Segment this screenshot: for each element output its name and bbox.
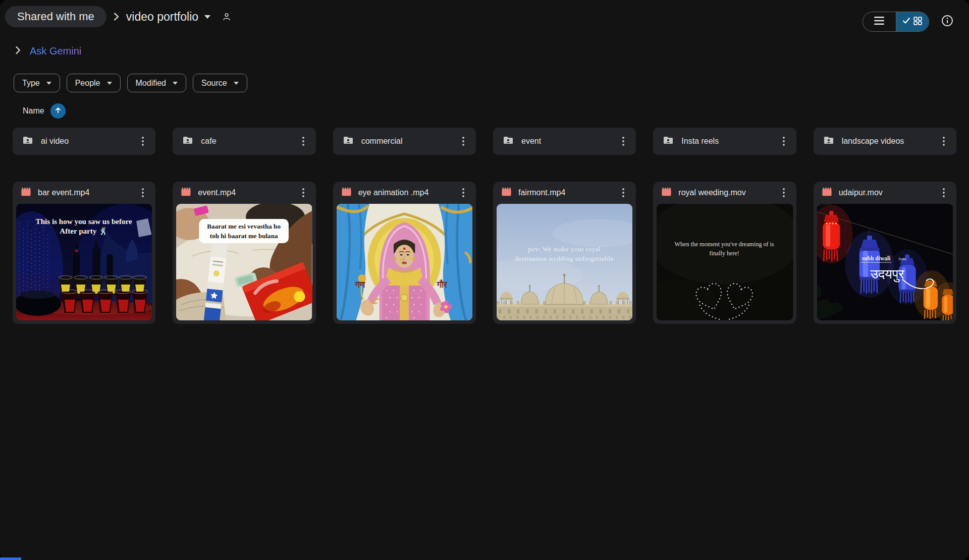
chevron-down-icon: [234, 82, 239, 85]
video-file-icon: [341, 186, 352, 200]
video-file-icon: [180, 186, 192, 200]
filter-chip-source[interactable]: Source: [193, 74, 247, 92]
more-options-button[interactable]: [616, 134, 631, 149]
file-card[interactable]: eye animation .mp4: [333, 182, 476, 324]
more-options-button[interactable]: [135, 185, 150, 200]
file-card-header: bar event.mp4: [13, 182, 155, 204]
thumbnail-caption-big: उदयपुर: [870, 266, 904, 282]
header-controls: [863, 12, 955, 32]
file-card[interactable]: event.mp4: [173, 182, 315, 324]
file-card[interactable]: fairmont.mp4 pov: We make your royal des…: [493, 182, 636, 324]
shared-folder-icon: [823, 134, 835, 148]
folder-card[interactable]: ai video: [13, 128, 155, 155]
file-card-header: eye animation .mp4: [333, 182, 476, 204]
chevron-down-icon: [46, 82, 51, 85]
chevron-down-icon: [107, 82, 112, 85]
video-thumbnail[interactable]: When the moment you've dreaming of is fi…: [657, 204, 792, 320]
file-card-header: royal weeding.mov: [653, 182, 796, 204]
folder-name: cafe: [201, 137, 216, 146]
breadcrumb-separator-icon: [113, 12, 120, 22]
file-card[interactable]: udaipur.mov: [814, 182, 956, 324]
breadcrumb-shared-with-me[interactable]: Shared with me: [5, 6, 106, 27]
more-options-button[interactable]: [936, 134, 951, 149]
breadcrumb-root-label: Shared with me: [17, 10, 94, 23]
page-title: video portfolio: [126, 10, 198, 24]
filter-chip-label: People: [75, 79, 100, 88]
info-icon: [941, 14, 954, 29]
sort-by-name-button[interactable]: Name: [23, 106, 44, 116]
files-grid: bar event.mp4: [13, 182, 956, 324]
video-thumbnail[interactable]: pov: We make your royal destination wedd…: [497, 204, 632, 320]
folder-card[interactable]: Insta reels: [653, 128, 796, 155]
video-thumbnail[interactable]: Baarat me esi vevastha ho toh hi baarat …: [176, 204, 312, 320]
list-view-button[interactable]: [863, 12, 896, 31]
more-options-button[interactable]: [776, 134, 791, 149]
drive-main-panel: Shared with me video portfolio: [0, 0, 969, 560]
folders-grid: ai video cafe commercial event Insta ree…: [13, 128, 956, 155]
folder-card[interactable]: landscape videos: [814, 128, 956, 155]
filter-chip-type[interactable]: Type: [14, 74, 60, 92]
thumbnail-caption-line2: toh hi baarat me bulana: [210, 232, 278, 240]
thumbnail-caption-line2: destination wedding unforgettable: [515, 255, 613, 262]
chevron-down-icon: [173, 82, 178, 85]
thumbnail-caption-line1: When the moment you've dreaming of is: [675, 241, 774, 248]
filter-chip-people[interactable]: People: [67, 74, 121, 92]
filter-chip-label: Type: [22, 79, 40, 88]
file-name: bar event.mp4: [38, 188, 89, 197]
filter-chip-modified[interactable]: Modified: [127, 74, 186, 92]
shared-folder-icon: [22, 134, 34, 148]
folder-name: ai video: [41, 137, 69, 146]
shared-folder-icon: [342, 134, 354, 148]
thumbnail-caption-from: from: [898, 257, 906, 261]
video-thumbnail[interactable]: गण गौर: [337, 204, 472, 320]
breadcrumb: Shared with me video portfolio: [5, 6, 232, 28]
folder-name: Insta reels: [681, 137, 719, 146]
grid-view-button[interactable]: [896, 12, 929, 31]
more-options-button[interactable]: [776, 185, 791, 200]
shared-folder-icon: [502, 134, 514, 148]
arrow-up-icon: [53, 105, 63, 117]
folder-title-menu[interactable]: video portfolio: [126, 10, 210, 24]
file-card-header: event.mp4: [173, 182, 315, 204]
shared-folder-icon: [182, 134, 194, 148]
more-options-button[interactable]: [296, 134, 311, 149]
more-options-button[interactable]: [456, 134, 471, 149]
thumbnail-caption-line2: finally here!: [710, 250, 739, 257]
bottom-edge-artifact: [0, 557, 21, 560]
more-options-button[interactable]: [135, 134, 150, 149]
video-thumbnail[interactable]: subh diwali from उदयपुर: [817, 204, 953, 320]
sort-direction-button[interactable]: [50, 103, 66, 119]
view-toggle: [863, 12, 929, 32]
ask-gemini-link[interactable]: Ask Gemini: [30, 45, 81, 57]
filter-chip-label: Modified: [136, 79, 166, 88]
details-button[interactable]: [940, 14, 955, 29]
thumbnail-caption-line1: pov: We make your royal: [528, 245, 601, 253]
video-thumbnail[interactable]: This is how you saw us before After part…: [16, 204, 152, 320]
grid-view-icon: [913, 17, 922, 27]
filter-bar: Type People Modified Source: [14, 74, 247, 92]
more-options-button[interactable]: [616, 185, 631, 200]
thumbnail-caption-small: subh diwali: [862, 255, 891, 261]
chevron-down-icon: [204, 15, 210, 19]
video-file-icon: [661, 186, 672, 200]
ask-gemini-row: Ask Gemini: [15, 45, 81, 57]
more-options-button[interactable]: [456, 185, 471, 200]
filter-chip-label: Source: [201, 79, 227, 88]
more-options-button[interactable]: [296, 185, 311, 200]
file-card[interactable]: royal weeding.mov When the moment you've…: [653, 182, 796, 324]
folder-card[interactable]: event: [493, 128, 636, 155]
sort-row: Name: [23, 103, 66, 119]
more-options-button[interactable]: [936, 185, 951, 200]
folder-name: landscape videos: [842, 137, 904, 146]
video-file-icon: [501, 186, 512, 200]
gemini-expand-icon[interactable]: [15, 46, 21, 57]
shared-folder-icon: [221, 11, 232, 22]
file-name: fairmont.mp4: [518, 188, 565, 197]
video-file-icon: [20, 186, 32, 200]
folder-card[interactable]: cafe: [173, 128, 315, 155]
folder-card[interactable]: commercial: [333, 128, 476, 155]
folder-name: commercial: [361, 137, 403, 146]
thumbnail-caption-line1: Baarat me esi vevastha ho: [207, 222, 281, 230]
check-icon: [902, 17, 910, 26]
file-card[interactable]: bar event.mp4: [13, 182, 155, 324]
